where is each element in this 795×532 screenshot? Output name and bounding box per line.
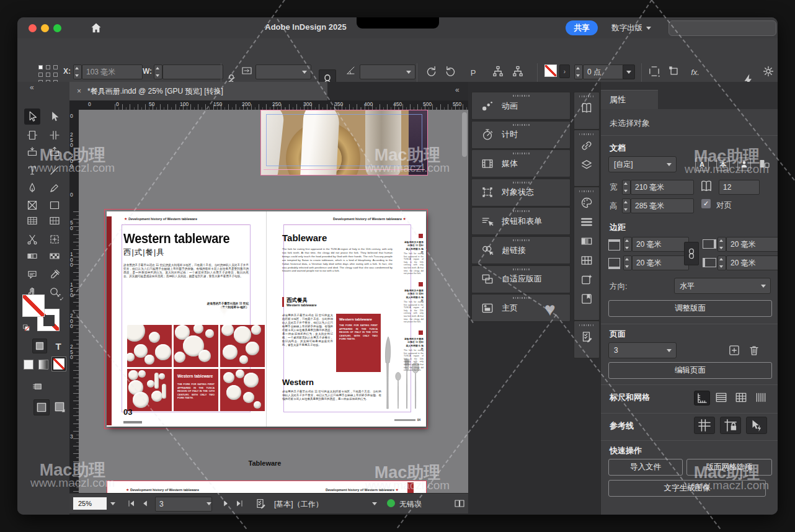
spread-view-icon[interactable] bbox=[453, 497, 466, 510]
pages-panel-icon[interactable] bbox=[580, 101, 593, 115]
next-page-button[interactable] bbox=[221, 499, 231, 508]
delete-page-icon[interactable] bbox=[747, 344, 761, 357]
layout-ben-icon[interactable]: 本 bbox=[716, 157, 730, 171]
height-field[interactable]: 285 毫米 bbox=[631, 198, 694, 213]
facing-pages-checkbox[interactable]: ✓ bbox=[701, 199, 711, 208]
preflight-panel-icon[interactable] bbox=[580, 330, 593, 344]
scissors-tool-icon[interactable] bbox=[24, 231, 40, 247]
panel-button-buttons-forms[interactable]: 按钮和表单 bbox=[471, 207, 571, 235]
close-tab-icon[interactable]: × bbox=[77, 87, 81, 95]
stroke-weight-stepper[interactable] bbox=[574, 64, 583, 79]
collapse-tools-icon[interactable]: « bbox=[30, 83, 34, 92]
view-options-icon[interactable] bbox=[31, 381, 43, 392]
styles-panel-icon[interactable] bbox=[580, 292, 593, 306]
stroke-panel-icon[interactable] bbox=[580, 215, 593, 229]
eyedropper-tool-icon[interactable] bbox=[47, 267, 63, 283]
right-page[interactable]: Development history of Western tableware… bbox=[266, 211, 426, 427]
close-window-button[interactable] bbox=[29, 24, 37, 32]
free-transform-tool-icon[interactable] bbox=[47, 231, 63, 247]
ruler-origin-corner[interactable] bbox=[69, 100, 79, 110]
text-to-image-button[interactable]: 文字生成图像 bbox=[608, 480, 766, 497]
frame-tool-icon[interactable] bbox=[24, 197, 40, 213]
gap-tool-icon[interactable] bbox=[47, 127, 63, 143]
spread[interactable]: ★ Development history of Western tablewa… bbox=[107, 211, 425, 427]
reference-point-0-2[interactable] bbox=[53, 65, 58, 69]
content-placer-tool-icon[interactable] bbox=[47, 144, 63, 160]
search-input[interactable] bbox=[668, 20, 776, 36]
next-spread-partial[interactable]: ★ Development history of Western tablewa… bbox=[107, 481, 427, 493]
height-stepper[interactable] bbox=[622, 198, 631, 213]
margin-inside-stepper[interactable] bbox=[717, 237, 726, 252]
import-file-button[interactable]: 导入文件 bbox=[608, 459, 683, 476]
gradient2-panel-icon[interactable] bbox=[580, 234, 593, 248]
margin-outside-stepper[interactable] bbox=[717, 255, 726, 270]
panel-button-liquid-layout[interactable]: 自适应版面 bbox=[471, 265, 571, 293]
margin-top-field[interactable]: 20 毫米 bbox=[632, 237, 689, 252]
share-button[interactable]: 共享 bbox=[566, 20, 598, 35]
smart-guides-button[interactable] bbox=[746, 417, 767, 434]
zoom-window-button[interactable] bbox=[53, 24, 61, 32]
rectangle-tool-icon[interactable] bbox=[47, 197, 63, 213]
screen-mode-normal-button[interactable] bbox=[33, 399, 50, 415]
type-tool-icon[interactable] bbox=[24, 162, 40, 179]
collapse-dock-icon[interactable]: « bbox=[455, 86, 460, 94]
swap-fill-stroke-icon[interactable] bbox=[56, 293, 66, 303]
show-rulers-button[interactable] bbox=[694, 391, 710, 406]
w-stepper[interactable] bbox=[154, 64, 162, 79]
margin-top-stepper[interactable] bbox=[623, 237, 632, 252]
tab-properties[interactable]: 属性 bbox=[601, 90, 658, 109]
fill-color-swatch[interactable] bbox=[22, 295, 45, 317]
screen-mode-preview-button[interactable] bbox=[52, 399, 67, 414]
layout-grid-options-button[interactable]: 版面网格选项 bbox=[686, 459, 772, 476]
previous-page-button[interactable] bbox=[140, 499, 150, 508]
fill-menu-button[interactable]: › bbox=[559, 64, 570, 78]
zoom-level-dropdown[interactable] bbox=[108, 497, 118, 510]
line-tool-icon[interactable] bbox=[47, 162, 63, 179]
rotation-angle-field[interactable] bbox=[360, 64, 415, 79]
direct-selection-tool-icon[interactable] bbox=[47, 109, 63, 125]
settings-gear-icon[interactable] bbox=[762, 64, 775, 78]
adjust-layout-button[interactable]: 调整版面 bbox=[608, 300, 772, 317]
rotate-ccw-icon[interactable] bbox=[444, 64, 458, 78]
minimize-window-button[interactable] bbox=[41, 24, 49, 32]
gradient-tool-icon[interactable] bbox=[24, 248, 40, 264]
default-swatches-icon[interactable] bbox=[22, 324, 30, 332]
horizontal-grid-tool-icon[interactable] bbox=[24, 213, 40, 229]
selection-tool-icon[interactable] bbox=[24, 109, 40, 125]
select-container-icon[interactable] bbox=[491, 64, 505, 78]
vertical-grid-tool-icon[interactable] bbox=[47, 213, 63, 229]
vertical-ruler[interactable]: 02503000501001502002503 bbox=[69, 110, 79, 493]
margin-outside-field[interactable]: 20 毫米 bbox=[726, 255, 778, 270]
scale-x-field[interactable] bbox=[255, 64, 311, 79]
preflight-menu-icon[interactable] bbox=[254, 497, 267, 510]
panel-button-object-states[interactable]: 对象状态 bbox=[471, 179, 571, 206]
pencil-tool-icon[interactable] bbox=[47, 180, 63, 196]
last-page-button[interactable] bbox=[234, 499, 244, 508]
cc-libraries-panel-icon[interactable] bbox=[580, 273, 593, 286]
pages-count-field[interactable]: 12 bbox=[719, 180, 760, 195]
pasteboard-photo-frame[interactable] bbox=[260, 110, 428, 175]
margin-bottom-stepper[interactable] bbox=[623, 255, 632, 270]
reference-point-1-2[interactable] bbox=[53, 73, 58, 77]
width-field[interactable]: 210 毫米 bbox=[631, 180, 694, 195]
rotate-cw-icon[interactable] bbox=[424, 64, 438, 78]
frame-fitting-icon[interactable] bbox=[667, 64, 681, 78]
add-page-icon[interactable] bbox=[727, 344, 741, 357]
corner-options-icon[interactable] bbox=[647, 64, 661, 78]
fill-swatch-none[interactable] bbox=[544, 64, 557, 77]
x-stepper[interactable] bbox=[73, 64, 82, 79]
panel-button-media[interactable]: 媒体 bbox=[471, 149, 571, 177]
apply-gradient-button[interactable] bbox=[38, 360, 48, 370]
zoom-level-field[interactable]: 25% bbox=[73, 497, 107, 510]
lock-guides-button[interactable] bbox=[720, 417, 741, 434]
layout-a-icon[interactable]: A bbox=[695, 157, 709, 171]
panel-button-hyperlinks[interactable]: 超链接 bbox=[471, 236, 571, 264]
panel-button-master-pages[interactable]: 主页 bbox=[471, 294, 571, 322]
w-field[interactable] bbox=[162, 64, 223, 79]
panel-button-timing[interactable]: 计时 bbox=[471, 121, 571, 149]
paragraph-composer-icon[interactable]: P bbox=[466, 66, 480, 79]
frame-grid-button[interactable] bbox=[753, 391, 768, 404]
left-page[interactable]: ★ Development history of Western tablewa… bbox=[107, 211, 266, 427]
show-guides-button[interactable] bbox=[694, 417, 715, 434]
horizontal-ruler[interactable]: 0050100150200250300350400450500550 bbox=[79, 100, 468, 110]
